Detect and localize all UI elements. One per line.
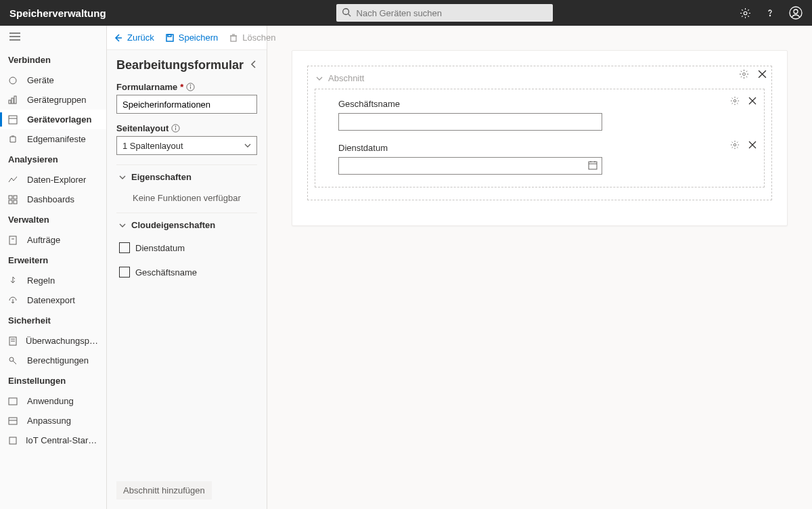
checkbox-geschaeftsname[interactable]: Geschäftsname: [116, 260, 257, 284]
chevron-down-icon: [244, 141, 251, 151]
add-section-button[interactable]: Abschnitt hinzufügen: [116, 481, 212, 500]
service-date-input[interactable]: [338, 157, 602, 175]
save-button[interactable]: Speichern: [165, 32, 219, 43]
svg-line-1: [348, 14, 351, 16]
template-icon: [8, 115, 19, 125]
info-icon[interactable]: [186, 83, 195, 91]
sidebar-item-geraete[interactable]: Geräte: [0, 70, 106, 90]
editor-panel: Zurück Speichern Löschen Bearbeitungsfor…: [107, 26, 267, 509]
field-label: Dienstdatum: [338, 143, 752, 153]
layout-label: Seitenlayout: [116, 123, 257, 133]
sidebar-item-label: Daten-Explorer: [27, 175, 86, 185]
info-icon[interactable]: [171, 124, 180, 133]
collapse-panel-icon[interactable]: [250, 60, 257, 71]
back-button[interactable]: Zurück: [114, 32, 154, 43]
customize-icon: [8, 416, 19, 426]
svg-rect-16: [14, 196, 17, 199]
sidebar-item-auftraege[interactable]: Aufträge: [0, 230, 106, 250]
sidebar-item-datenexplorer[interactable]: Daten-Explorer: [0, 170, 106, 190]
checkbox-icon: [119, 267, 130, 278]
app-icon: [8, 397, 19, 406]
search-input[interactable]: [351, 8, 547, 18]
search-box[interactable]: [336, 4, 553, 22]
svg-point-43: [734, 99, 736, 102]
svg-rect-19: [9, 236, 16, 244]
form-name-label: Formularname*: [116, 82, 257, 92]
sidebar-item-geraetevorlagen[interactable]: Gerätevorlagen: [0, 110, 106, 129]
svg-point-2: [744, 12, 747, 15]
sidebar-item-label: Datenexport: [27, 295, 75, 305]
sidebar-item-iotcentral[interactable]: IoT Central-Startseite: [0, 430, 106, 450]
sidebar-item-dashboards[interactable]: Dashboards: [0, 190, 106, 209]
field-dienstdatum[interactable]: Dienstdatum: [338, 143, 752, 175]
svg-rect-15: [9, 196, 12, 199]
checkbox-dienstdatum[interactable]: Dienstdatum: [116, 236, 257, 260]
canvas: Abschnitt Geschäftsname: [267, 26, 812, 509]
calendar-icon[interactable]: [588, 160, 597, 172]
field-remove-icon[interactable]: [748, 140, 757, 152]
sidebar-section-erweitern: Erweitern: [0, 250, 106, 271]
search-icon: [342, 7, 351, 19]
sidebar-section-verwalten: Verwalten: [0, 209, 106, 230]
form-name-input[interactable]: [116, 95, 257, 114]
sidebar-item-label: Überwachungsproto…: [26, 336, 98, 346]
field-remove-icon[interactable]: [748, 96, 757, 108]
sidebar-item-datenexport[interactable]: Datenexport: [0, 290, 106, 310]
help-icon[interactable]: [765, 7, 775, 18]
group-cloud[interactable]: Cloudeigenschaften: [116, 215, 257, 236]
sidebar-item-berechtigungen[interactable]: Berechtigungen: [0, 351, 106, 370]
sidebar-item-anpassung[interactable]: Anpassung: [0, 411, 106, 430]
form-section[interactable]: Abschnitt Geschäftsname: [307, 66, 772, 200]
audit-icon: [8, 336, 18, 346]
sidebar: Verbinden Geräte Gerätegruppen Gerätevor…: [0, 26, 107, 509]
svg-rect-28: [9, 437, 16, 444]
sidebar-item-geraetegruppen[interactable]: Gerätegruppen: [0, 90, 106, 110]
sidebar-item-label: Anwendung: [27, 396, 74, 406]
sidebar-item-anwendung[interactable]: Anwendung: [0, 391, 106, 411]
svg-rect-18: [14, 200, 17, 204]
svg-point-5: [794, 9, 798, 14]
sidebar-item-label: Geräte: [27, 75, 54, 85]
section-remove-icon[interactable]: [757, 69, 767, 81]
sidebar-item-label: Anpassung: [27, 416, 71, 426]
business-name-input[interactable]: [338, 113, 602, 131]
dashboard-icon: [8, 195, 19, 204]
sidebar-toggle[interactable]: [0, 26, 106, 49]
layout-value: 1 Spaltenlayout: [122, 141, 183, 151]
export-icon: [8, 296, 19, 305]
layout-select[interactable]: 1 Spaltenlayout: [116, 136, 257, 155]
section-settings-icon[interactable]: [739, 69, 749, 81]
account-icon[interactable]: [789, 6, 803, 20]
checkbox-icon: [119, 242, 130, 253]
sidebar-item-ueberwachung[interactable]: Überwachungsproto…: [0, 331, 106, 351]
group-icon: [8, 95, 19, 105]
svg-point-46: [734, 143, 736, 146]
device-icon: [8, 76, 19, 85]
settings-icon[interactable]: [740, 7, 751, 19]
sidebar-item-regeln[interactable]: Regeln: [0, 271, 106, 290]
sidebar-item-label: Regeln: [27, 275, 55, 286]
command-bar: Zurück Speichern Löschen: [107, 26, 267, 50]
svg-rect-25: [9, 398, 17, 405]
svg-rect-30: [168, 35, 171, 37]
field-geschaeftsname[interactable]: Geschäftsname: [338, 99, 752, 131]
field-settings-icon[interactable]: [730, 96, 740, 108]
svg-point-0: [342, 8, 348, 14]
svg-rect-11: [12, 98, 14, 104]
svg-point-36: [190, 85, 191, 85]
sidebar-section-einstellungen: Einstellungen: [0, 370, 106, 391]
svg-point-9: [9, 77, 16, 84]
section-header[interactable]: Abschnitt: [315, 70, 765, 89]
chart-icon: [8, 175, 19, 185]
back-label: Zurück: [127, 32, 154, 43]
sidebar-item-label: Aufträge: [27, 235, 60, 245]
sidebar-section-sicherheit: Sicherheit: [0, 310, 106, 331]
sidebar-item-label: Gerätegruppen: [27, 95, 86, 105]
edge-icon: [8, 135, 19, 144]
sidebar-item-edgemanifeste[interactable]: Edgemanifeste: [0, 129, 106, 149]
svg-rect-10: [9, 100, 11, 104]
group-properties[interactable]: Eigenschaften: [116, 167, 257, 187]
svg-rect-49: [589, 162, 597, 169]
field-settings-icon[interactable]: [730, 140, 740, 152]
checkbox-label: Geschäftsname: [135, 267, 197, 278]
